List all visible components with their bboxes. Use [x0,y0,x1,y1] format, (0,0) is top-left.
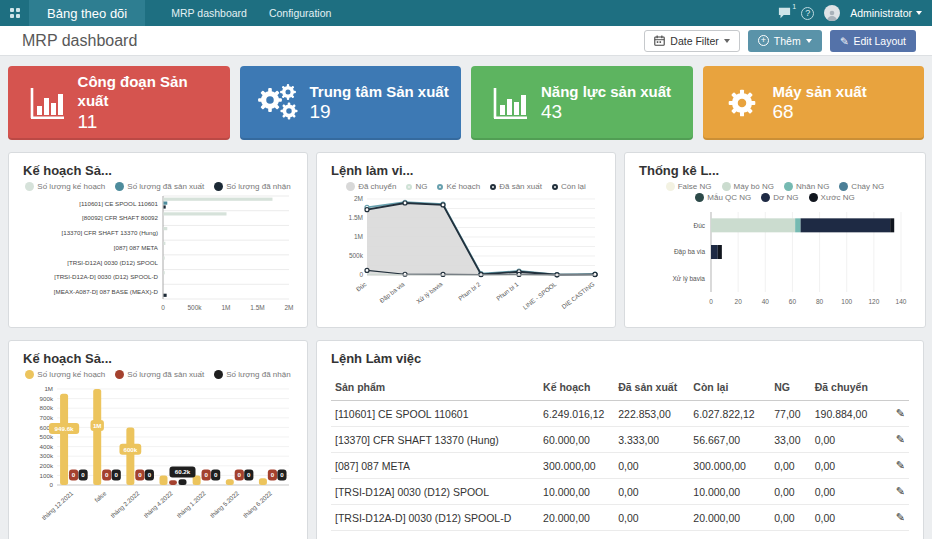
legend-item[interactable]: Nhăn NG [784,182,829,191]
edit-row-icon[interactable]: ✎ [896,407,905,419]
svg-text:Đập ba via: Đập ba via [674,248,705,256]
legend-item[interactable]: Số lượng kế hoạch [25,370,105,379]
table-row[interactable]: [087] 087 META300.000,000,00300.000,000,… [331,453,909,479]
help-icon[interactable]: ? [801,7,814,20]
column-header: Đã chuyển [811,374,880,401]
kpi-cong-doan-san-xuat[interactable]: Công đoạn Sản xuất 11 [8,66,230,140]
edit-layout-label: Edit Layout [853,35,906,47]
gear-icon [711,83,773,123]
svg-text:[110601] CE SPOOL 110601: [110601] CE SPOOL 110601 [79,200,158,207]
legend-item[interactable]: Số lượng đã nhận [214,370,290,379]
workorder-table: Sản phẩmKế hoạchĐã sản xuấtCòn lạiNGĐã c… [331,374,909,539]
legend-label: Đã chuyển [358,182,396,191]
table-cell: 300.000,00 [689,453,770,479]
svg-text:Phun bi 1: Phun bi 1 [495,280,520,302]
app-brand[interactable]: Bảng theo dõi [29,0,145,26]
legend-item[interactable]: NG [406,182,427,191]
svg-text:tháng 1.2022: tháng 1.2022 [175,489,207,519]
svg-text:2M: 2M [284,304,293,311]
date-filter-button[interactable]: Date Filter [644,30,739,52]
table-cell: [087] 087 META [331,453,539,479]
svg-text:false: false [93,489,108,503]
edit-row-icon[interactable]: ✎ [896,511,905,523]
top-navbar: Bảng theo dõi MRP dashboard Configuratio… [0,0,932,26]
svg-text:500k: 500k [40,433,54,440]
table-cell: 222.853,00 [614,401,689,427]
nav-item-configuration[interactable]: Configuration [269,7,331,19]
legend-label: Cháy NG [851,182,884,191]
table-row[interactable]: [TRSI-D12A-D] 0030 (D12) SPOOL-D20.000,0… [331,505,909,531]
legend-swatch [666,182,675,191]
table-cell: [TRSI-D12A] 0030 (D12) SPOOL [331,479,539,505]
legend-item[interactable]: Đã chuyển [346,182,396,191]
svg-text:800k: 800k [40,404,54,411]
edit-layout-button[interactable]: ✎ Edit Layout [830,30,916,52]
nav-item-mrp-dashboard[interactable]: MRP dashboard [171,7,247,19]
table-cell: 0,00 [614,453,689,479]
legend-item[interactable]: Số lượng đã sản xuất [115,370,204,379]
card-plan-product-chart: Kế hoạch Sả... Số lượng kế hoạchSố lượng… [8,152,308,328]
table-cell: 3.333,00 [614,427,689,453]
svg-text:80: 80 [816,298,824,305]
edit-row-icon[interactable]: ✎ [896,485,905,497]
table-row[interactable]: [MEAX-A087-D] 087 BASE (MEAX)-D150.000,0… [331,531,909,539]
table-row[interactable]: [110601] CE SPOOL 1106016.249.016,12222.… [331,401,909,427]
svg-text:0: 0 [359,271,363,278]
kpi-label: Máy sản xuất [773,83,867,102]
legend-item[interactable]: Dơ NG [761,193,798,202]
legend-item[interactable]: Còn lại [552,182,586,191]
legend-item[interactable]: Đã sản xuất [490,182,542,191]
legend-item[interactable]: Kế hoạch [437,182,480,191]
legend-item[interactable]: False NG [666,182,712,191]
kpi-label: Công đoạn Sản xuất [78,73,222,111]
svg-text:949.6k: 949.6k [55,425,74,432]
svg-text:1.5M: 1.5M [250,304,264,311]
svg-text:Phun bi 2: Phun bi 2 [457,280,482,302]
messages-icon[interactable]: 1 [778,7,791,19]
svg-text:700k: 700k [40,414,54,421]
legend-item[interactable]: Mẫu QC NG [695,193,751,202]
table-cell: 56.667,00 [689,427,770,453]
kpi-value: 68 [773,101,867,123]
kpi-label: Năng lực sản xuất [541,83,671,102]
table-cell: 0,00 [811,479,880,505]
svg-text:0: 0 [72,471,76,478]
legend-item[interactable]: Số lượng đã sản xuất [115,182,204,191]
plan-by-product-bar-chart: [110601] CE SPOOL 110601[80092] CFR SHAF… [23,193,295,327]
legend-swatch [115,370,124,379]
kpi-may-san-xuat[interactable]: Máy sản xuất 68 [703,66,925,140]
legend-item[interactable]: Xước NG [809,193,855,202]
table-cell: [110601] CE SPOOL 110601 [331,401,539,427]
legend-swatch [695,193,704,202]
svg-text:0: 0 [138,471,142,478]
date-filter-label: Date Filter [670,35,718,47]
column-header: NG [770,374,810,401]
charts-row: Kế hoạch Sả... Số lượng kế hoạchSố lượng… [8,152,924,328]
kpi-trung-tam-san-xuat[interactable]: Trung tâm Sản xuất 19 [240,66,462,140]
table-cell: 10.000,00 [689,479,770,505]
edit-row-icon[interactable]: ✎ [896,459,905,471]
table-row[interactable]: [13370] CFR SHAFT 13370 (Hung)60.000,003… [331,427,909,453]
svg-text:100k: 100k [40,472,54,479]
legend-item[interactable]: Cháy NG [839,182,884,191]
table-cell: 6.027.822,12 [689,401,770,427]
apps-grid-icon[interactable] [10,8,20,18]
pencil-icon: ✎ [840,35,849,47]
kpi-nang-luc-san-xuat[interactable]: Năng lực sản xuất 43 [471,66,693,140]
legend-swatch [346,182,355,191]
svg-text:120: 120 [868,298,879,305]
svg-text:0: 0 [238,471,242,478]
table-cell: 33,00 [770,427,810,453]
card-plan-month-chart: Kế hoạch Sả... Số lượng kế hoạchSố lượng… [8,340,308,539]
table-cell: 6.249.016,12 [539,401,614,427]
legend-item[interactable]: Số lượng kế hoạch [25,182,105,191]
add-button[interactable]: + Thêm [748,30,822,52]
legend-item[interactable]: Máy bó NG [722,182,774,191]
legend-item[interactable]: Số lượng đã nhận [214,182,290,191]
table-cell: 190.884,00 [811,401,880,427]
user-menu[interactable]: Administrator [850,7,922,19]
table-cell: 0,00 [811,453,880,479]
legend-swatch [490,184,496,190]
edit-row-icon[interactable]: ✎ [896,433,905,445]
table-row[interactable]: [TRSI-D12A] 0030 (D12) SPOOL10.000,000,0… [331,479,909,505]
